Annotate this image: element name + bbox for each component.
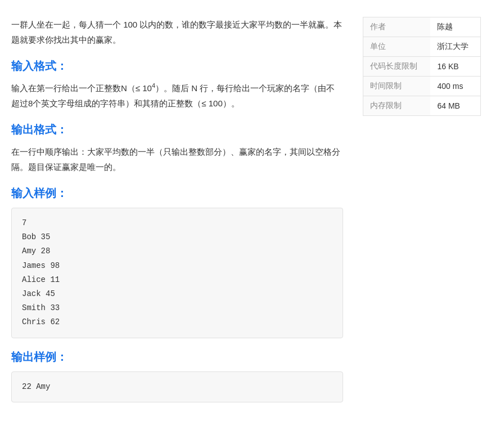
sidebar-row: 内存限制64 MB	[363, 96, 481, 116]
sidebar-value: 64 MB	[430, 96, 480, 116]
sidebar: 作者陈越单位浙江大学代码长度限制16 KB时间限制400 ms内存限制64 MB	[354, 11, 489, 414]
output-format-body: 在一行中顺序输出：大家平均数的一半（只输出整数部分）、赢家的名字，其间以空格分隔…	[11, 144, 343, 174]
output-example-code: 22 Amy	[11, 371, 343, 402]
output-example-title: 输出样例：	[11, 350, 343, 365]
sidebar-value: 陈越	[430, 17, 480, 37]
sidebar-label: 代码长度限制	[363, 57, 431, 77]
sidebar-value: 浙江大学	[430, 37, 480, 57]
input-example-code: 7 Bob 35 Amy 28 James 98 Alice 11 Jack 4…	[11, 208, 343, 338]
sidebar-value: 400 ms	[430, 77, 480, 96]
sidebar-row: 时间限制400 ms	[363, 77, 481, 96]
sidebar-table: 作者陈越单位浙江大学代码长度限制16 KB时间限制400 ms内存限制64 MB	[363, 17, 481, 116]
sidebar-row: 单位浙江大学	[363, 37, 481, 57]
sidebar-row: 代码长度限制16 KB	[363, 57, 481, 77]
sidebar-label: 单位	[363, 37, 431, 57]
sidebar-label: 作者	[363, 17, 431, 37]
intro-text: 一群人坐在一起，每人猜一个 100 以内的数，谁的数字最接近大家平均数的一半就赢…	[11, 17, 343, 47]
input-example-title: 输入样例：	[11, 186, 343, 201]
output-format-title: 输出格式：	[11, 122, 343, 137]
sidebar-value: 16 KB	[430, 57, 480, 77]
sidebar-label: 时间限制	[363, 77, 431, 96]
page-container: 一群人坐在一起，每人猜一个 100 以内的数，谁的数字最接近大家平均数的一半就赢…	[0, 0, 500, 425]
sidebar-row: 作者陈越	[363, 17, 481, 37]
sidebar-label: 内存限制	[363, 96, 431, 116]
input-format-body: 输入在第一行给出一个正整数N（≤ 104）。随后 N 行，每行给出一个玩家的名字…	[11, 80, 343, 111]
main-content: 一群人坐在一起，每人猜一个 100 以内的数，谁的数字最接近大家平均数的一半就赢…	[0, 11, 354, 414]
input-format-title: 输入格式：	[11, 59, 343, 74]
